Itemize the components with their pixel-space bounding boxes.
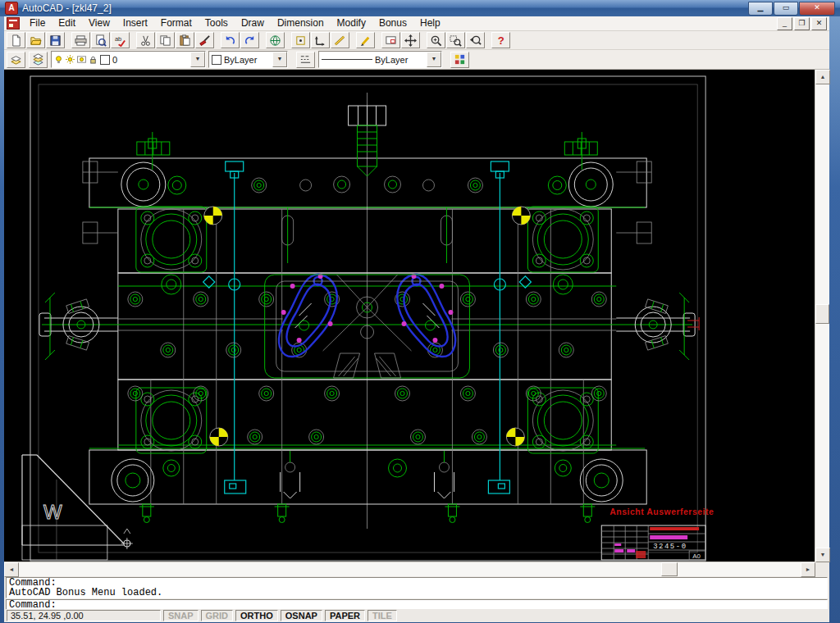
ucs-label: W [43,501,62,523]
cut-button[interactable] [136,32,155,48]
svg-text:?: ? [498,34,504,47]
ucs-button[interactable] [311,32,330,48]
properties-icon [454,53,466,66]
color-dropdown-arrow-icon[interactable]: ▼ [272,52,287,67]
standard-toolbar: ab ? [4,31,829,50]
scroll-right-arrow-icon[interactable]: ► [801,562,815,577]
layers-icon [32,53,44,66]
drawing-region: W Ansicht Auswerferseite [4,70,829,576]
layer-color-swatch [100,55,110,65]
minimize-button[interactable]: ▁ [748,2,773,16]
menu-insert[interactable]: Insert [116,16,154,30]
redraw-button[interactable] [356,32,375,48]
drawing-document-icon[interactable] [7,17,20,30]
mold-assembly-drawing: W Ansicht Auswerferseite [4,70,815,562]
menu-help[interactable]: Help [413,16,447,30]
pan-realtime-button[interactable] [401,32,420,48]
menu-dimension[interactable]: Dimension [271,16,331,30]
title-block: Ansicht Auswerferseite [601,507,714,560]
object-snap-button[interactable] [291,32,310,48]
layers-button[interactable] [29,52,48,68]
layer-control[interactable]: 0 ▼ [51,51,206,68]
spell-check-icon: ab [114,34,126,47]
open-folder-icon [30,34,42,47]
drawing-number: 3245-0 [653,543,687,551]
toggle-tile[interactable]: TILE [368,610,397,621]
save-button[interactable] [46,32,65,48]
menu-bonus[interactable]: Bonus [372,16,413,30]
lightbulb-icon [54,55,63,64]
linetype-value: ByLayer [375,55,408,65]
maximize-button[interactable]: ▭ [774,2,798,16]
undo-arrow-icon [224,34,236,47]
horizontal-scroll-thumb[interactable] [661,562,678,576]
spelling-button[interactable]: ab [111,32,130,48]
make-layer-current-icon [10,53,22,66]
properties-button[interactable] [450,52,469,68]
mold-plates [89,158,646,504]
toggle-snap[interactable]: SNAP [163,610,199,621]
launch-browser-button[interactable] [266,32,285,48]
autocad-window: A AutoCAD - [zkl47_2] ▁ ▭ ✕ File Edit Vi… [0,0,840,623]
vertical-scrollbar[interactable]: ▲ ▼ [815,70,829,562]
distance-button[interactable] [331,32,349,48]
globe-icon [269,34,281,47]
menu-view[interactable]: View [82,16,116,30]
toggle-osnap[interactable]: OSNAP [281,610,322,621]
toggle-grid[interactable]: GRID [201,610,234,621]
svg-text:ab: ab [115,34,121,42]
linetype-control[interactable]: ByLayer ▼ [318,51,442,68]
paste-button[interactable] [176,32,194,48]
new-file-icon [10,34,22,47]
command-history: Command: AutoCAD Bonus Menu loaded. [6,577,828,598]
layer-dropdown-arrow-icon[interactable]: ▼ [190,52,205,67]
mdi-restore-button[interactable]: ❐ [794,17,810,30]
mdi-close-button[interactable]: ✕ [811,17,827,30]
print-button[interactable] [71,32,90,48]
help-button[interactable]: ? [491,32,510,48]
scroll-left-arrow-icon[interactable]: ◄ [4,562,19,577]
scroll-down-arrow-icon[interactable]: ▼ [815,548,830,562]
aerial-view-icon [385,34,397,47]
menu-draw[interactable]: Draw [235,16,271,30]
autocad-app-icon[interactable]: A [5,2,18,15]
drawing-annotation: Ansicht Auswerferseite [609,507,714,516]
clipboard-icon [179,34,191,47]
zoom-realtime-button[interactable] [427,32,445,48]
new-button[interactable] [7,32,25,48]
drawing-canvas[interactable]: W Ansicht Auswerferseite [4,70,815,562]
match-properties-button[interactable] [195,32,214,48]
paintbrush-icon [199,34,211,47]
toggle-ortho[interactable]: ORTHO [235,610,278,621]
zoom-previous-button[interactable] [466,32,485,48]
ruler-icon [334,34,346,47]
print-preview-button[interactable] [91,32,110,48]
menu-tools[interactable]: Tools [199,16,235,30]
redo-button[interactable] [240,32,259,48]
color-control[interactable]: ByLayer ▼ [208,51,288,68]
menu-edit[interactable]: Edit [52,16,82,30]
undo-button[interactable] [221,32,240,48]
toggle-paper[interactable]: PAPER [325,610,365,621]
mdi-minimize-button[interactable]: _ [777,17,792,30]
scroll-up-arrow-icon[interactable]: ▲ [815,70,830,84]
pencil-icon [359,34,372,47]
linetype-dropdown-arrow-icon[interactable]: ▼ [427,52,441,67]
vertical-scroll-thumb[interactable] [815,304,829,324]
horizontal-scrollbar[interactable]: ◄ ► [4,562,815,576]
aerial-view-button[interactable] [381,32,400,48]
scrollbar-corner [815,562,829,576]
make-layer-current-button[interactable] [7,52,25,68]
menu-file[interactable]: File [23,16,52,30]
linetype-button[interactable] [296,52,315,68]
copy-button[interactable] [156,32,175,48]
zoom-window-button[interactable] [446,32,465,48]
close-button[interactable]: ✕ [799,2,835,16]
ucs-axes-icon [314,34,326,47]
menu-format[interactable]: Format [154,16,199,30]
linetype-sample [322,59,372,60]
open-button[interactable] [26,32,45,48]
menu-modify[interactable]: Modify [331,16,372,30]
sun-icon [66,55,75,64]
object-snap-icon [294,34,307,47]
